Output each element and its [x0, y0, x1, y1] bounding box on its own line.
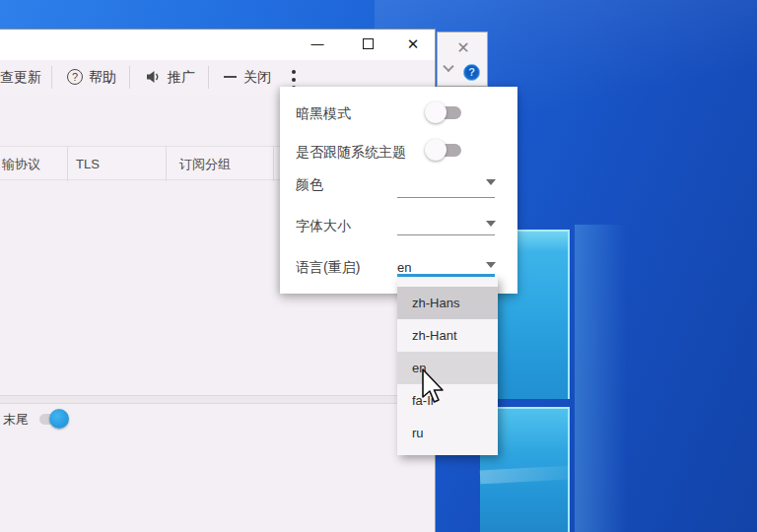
toolbar-separator: [51, 66, 52, 89]
chevron-down-icon[interactable]: [443, 60, 453, 71]
close-icon[interactable]: ✕: [438, 38, 489, 57]
toolbar-separator: [208, 66, 209, 89]
minimize-button[interactable]: —: [301, 30, 334, 59]
settings-popover: 暗黑模式 是否跟随系统主题 颜色 字体大小 语言(重启) en: [280, 87, 517, 294]
dropdown-item-zh-hant[interactable]: zh-Hant: [397, 319, 498, 352]
speaker-icon: [146, 70, 162, 84]
toggle-knob: [425, 139, 447, 161]
language-dropdown: zh-Hans zh-Hant en fa-Ir ru: [397, 274, 498, 455]
maximize-icon: [363, 38, 374, 49]
dropdown-item-fa-ir[interactable]: fa-Ir: [397, 384, 498, 417]
color-select[interactable]: [397, 197, 495, 198]
help-icon[interactable]: ?: [463, 64, 480, 81]
follow-system-theme-toggle[interactable]: [428, 138, 463, 162]
column-separator: [67, 147, 68, 181]
dot: [292, 70, 296, 74]
titlebar: — ✕: [0, 30, 435, 60]
close-button[interactable]: ✕: [396, 30, 430, 59]
font-size-label: 字体大小: [296, 218, 351, 235]
pane-light-streak: [480, 466, 571, 485]
toolbar-separator: [129, 66, 130, 89]
close-app-button[interactable]: 关闭: [224, 60, 271, 95]
dark-mode-toggle[interactable]: [428, 100, 463, 124]
footer-divider: [0, 395, 435, 404]
dot: [292, 78, 296, 82]
font-size-select[interactable]: [397, 234, 495, 235]
mouse-cursor: [421, 368, 447, 405]
chevron-down-icon: [486, 179, 496, 185]
question-circle-icon: ?: [67, 69, 83, 85]
language-select-value[interactable]: en: [397, 260, 411, 275]
dropdown-item-ru[interactable]: ru: [397, 417, 498, 449]
scroll-to-end-label: 末尾: [3, 411, 29, 429]
dropdown-item-zh-hans[interactable]: zh-Hans: [397, 287, 498, 319]
column-header-subscription-group[interactable]: 订阅分组: [179, 147, 231, 181]
column-separator: [273, 147, 274, 181]
column-header-tls[interactable]: TLS: [76, 147, 100, 181]
language-label: 语言(重启): [296, 259, 360, 277]
check-update-button[interactable]: 查更新: [0, 60, 41, 95]
chevron-down-icon: [486, 262, 496, 268]
dropdown-item-en[interactable]: en: [397, 352, 498, 384]
maximize-button[interactable]: [351, 30, 384, 59]
column-header-protocol[interactable]: 输协议: [2, 147, 40, 181]
column-separator: [166, 147, 167, 181]
background-helper-window: ✕ ?: [437, 32, 488, 87]
toggle-knob: [425, 101, 447, 123]
minus-icon: [224, 76, 237, 78]
dark-mode-label: 暗黑模式: [296, 105, 351, 123]
promotion-button[interactable]: 推广: [146, 60, 195, 95]
follow-system-theme-label: 是否跟随系统主题: [296, 144, 406, 162]
chevron-down-icon: [486, 221, 496, 227]
windows-logo-glow: [575, 225, 644, 532]
color-label: 颜色: [296, 176, 323, 194]
toggle-knob: [49, 409, 69, 429]
scroll-to-end-toggle[interactable]: [39, 408, 73, 430]
help-button[interactable]: ?帮助: [67, 60, 116, 95]
